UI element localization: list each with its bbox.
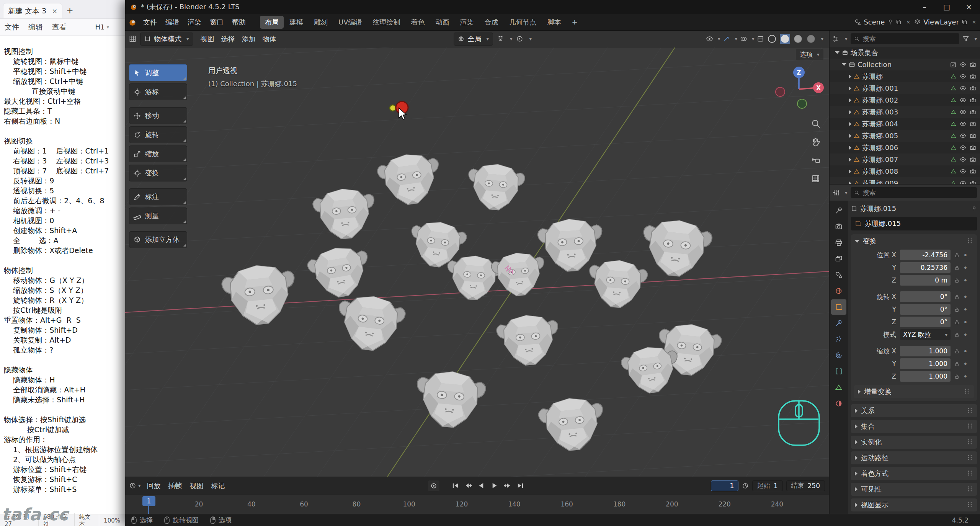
animate-dot[interactable]: • — [963, 360, 968, 368]
animate-dot[interactable]: • — [963, 347, 968, 355]
properties-tab-data[interactable] — [831, 380, 846, 395]
overlays-toggle-icon[interactable] — [740, 35, 747, 42]
properties-search-input[interactable]: 搜索 — [851, 187, 977, 198]
outliner-item-苏珊娜.006[interactable]: 苏珊娜.006 — [830, 142, 980, 154]
tab-close-icon[interactable]: × — [52, 7, 57, 15]
proportional-editing-icon[interactable] — [516, 35, 523, 42]
lock-icon[interactable] — [954, 278, 960, 283]
transform-panel-header[interactable]: 变换 — [851, 234, 977, 248]
properties-editor-icon[interactable] — [833, 189, 840, 196]
minimize-button[interactable]: – — [913, 0, 936, 14]
tool-measure[interactable]: 测量 — [129, 207, 187, 224]
hide-eye-icon[interactable] — [960, 144, 966, 151]
current-frame-marker[interactable]: 1 — [142, 496, 155, 506]
unlink-scene-icon[interactable]: × — [906, 19, 910, 25]
hide-eye-icon[interactable] — [960, 85, 966, 91]
tool-transform[interactable]: 变换 — [129, 165, 187, 181]
workspace-tab-布局[interactable]: 布局 — [260, 16, 284, 29]
panel-section-运动路径[interactable]: 运动路径 — [851, 451, 977, 464]
hide-eye-icon[interactable] — [960, 132, 966, 139]
notepad-text-area[interactable]: 视图控制 旋转视图：鼠标中键 平稳视图：Shift+中键 缩放视图：Ctrl+中… — [0, 36, 125, 515]
tool-cursor[interactable]: 游标 — [129, 83, 187, 100]
pan-hand-icon[interactable] — [809, 136, 822, 149]
animate-dot[interactable]: • — [963, 276, 968, 284]
add-workspace-button[interactable]: + — [567, 16, 583, 28]
close-button[interactable]: × — [958, 0, 980, 14]
hide-eye-icon[interactable] — [960, 121, 966, 127]
animate-dot[interactable]: • — [963, 318, 968, 326]
disable-render-icon[interactable] — [970, 85, 976, 91]
notepad-menu-编辑[interactable]: 编辑 — [24, 23, 47, 31]
field-Z[interactable]: 1.000 — [900, 371, 951, 382]
shading-rendered-button[interactable] — [806, 34, 816, 44]
start-frame-field[interactable]: 起始1 — [752, 480, 783, 491]
navigation-gizmo[interactable]: Z X — [772, 62, 826, 116]
camera-view-icon[interactable] — [809, 154, 822, 167]
properties-tab-constraints[interactable] — [831, 364, 846, 379]
panel-section-视图显示[interactable]: 视图显示 — [851, 498, 977, 511]
field-模式[interactable]: XYZ 欧拉▾ — [900, 329, 951, 340]
disable-render-icon[interactable] — [970, 180, 976, 185]
lock-icon[interactable] — [954, 252, 960, 258]
timeline-ruler[interactable]: 1 20406080100120140160180200220240 — [125, 494, 829, 514]
menu-文件[interactable]: 文件 — [139, 18, 161, 27]
tool-move[interactable]: 移动 — [129, 107, 187, 124]
disable-render-icon[interactable] — [970, 144, 976, 151]
outliner-item-苏珊娜.009[interactable]: 苏珊娜.009 — [830, 177, 980, 185]
maximize-button[interactable]: □ — [936, 0, 958, 14]
new-tab-button[interactable]: + — [66, 6, 73, 15]
properties-tab-view-layer[interactable] — [831, 251, 846, 266]
workspace-tab-着色[interactable]: 着色 — [406, 16, 430, 29]
orientation-dropdown[interactable]: 全局 ▾ — [454, 33, 493, 46]
animate-dot[interactable]: • — [963, 264, 968, 271]
toggle-ortho-grid-icon[interactable] — [809, 172, 822, 185]
panel-section-可见性[interactable]: 可见性 — [851, 483, 977, 496]
previous-keyframe-button[interactable] — [462, 480, 474, 491]
workspace-tab-UV编辑[interactable]: UV编辑 — [333, 16, 367, 29]
properties-tab-world[interactable] — [831, 283, 846, 299]
viewport-3d[interactable]: 物体模式 ▾ 视图选择添加物体 全局 ▾ ▾ ▾ ▾ ▾ — [125, 31, 829, 477]
lock-icon[interactable] — [954, 319, 960, 325]
disclosure-icon[interactable] — [849, 145, 851, 150]
properties-tab-modifiers[interactable] — [831, 315, 846, 331]
outliner-scene-collection[interactable]: 场景集合 — [830, 47, 980, 59]
outliner-item-苏珊娜.004[interactable]: 苏珊娜.004 — [830, 118, 980, 130]
disclosure-icon[interactable] — [849, 98, 851, 103]
viewport-menu-添加[interactable]: 添加 — [238, 34, 259, 44]
use-preview-range-icon[interactable] — [742, 482, 749, 489]
properties-tab-output[interactable] — [831, 235, 846, 250]
workspace-tab-渲染[interactable]: 渲染 — [455, 16, 479, 29]
tool-options-dropdown[interactable]: 选项▾ — [796, 49, 823, 60]
gizmo-y-axis[interactable] — [797, 99, 807, 108]
hide-eye-icon[interactable] — [960, 109, 966, 115]
outliner-item-苏珊娜.001[interactable]: 苏珊娜.001 — [830, 82, 980, 94]
shading-wireframe-button[interactable] — [767, 34, 777, 44]
animate-dot[interactable]: • — [963, 372, 968, 380]
viewport-menu-物体[interactable]: 物体 — [259, 34, 280, 44]
hide-eye-icon[interactable] — [960, 156, 966, 163]
heading-style-dropdown[interactable]: H1▾ — [95, 23, 109, 31]
outliner-collection[interactable]: Collection — [830, 59, 980, 70]
disable-render-icon[interactable] — [970, 61, 976, 68]
menu-帮助[interactable]: 帮助 — [228, 18, 250, 27]
workspace-tab-几何节点[interactable]: 几何节点 — [504, 16, 542, 29]
notepad-menu-查看[interactable]: 查看 — [47, 23, 71, 31]
workspace-tab-雕刻[interactable]: 雕刻 — [309, 16, 333, 29]
object-name-field[interactable]: 苏珊娜.015 — [851, 217, 977, 230]
lock-icon[interactable] — [954, 265, 960, 271]
field-Y[interactable]: 0.25736 — [900, 262, 951, 273]
lock-icon[interactable] — [954, 361, 960, 367]
field-旋转 X[interactable]: 0° — [900, 291, 951, 302]
jump-to-start-button[interactable] — [449, 480, 461, 491]
play-button[interactable] — [488, 480, 500, 491]
next-keyframe-button[interactable] — [501, 480, 513, 491]
disclosure-icon[interactable] — [849, 110, 851, 114]
new-scene-icon[interactable] — [896, 19, 902, 25]
field-缩放 X[interactable]: 1.000 — [900, 346, 951, 356]
disclosure-icon[interactable] — [849, 74, 851, 79]
disclosure-icon[interactable] — [849, 157, 851, 162]
outliner-search-input[interactable]: 搜索 — [851, 33, 960, 44]
viewlayer-selector[interactable]: ViewLayer × — [914, 18, 976, 26]
disclosure-icon[interactable] — [849, 181, 851, 185]
animate-dot[interactable]: • — [963, 293, 968, 301]
